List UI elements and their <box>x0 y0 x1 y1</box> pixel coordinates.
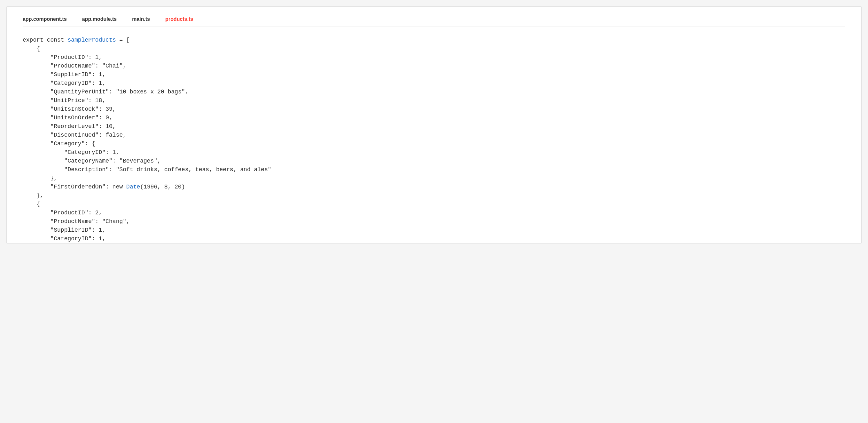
code-token: new <box>113 184 123 190</box>
code-panel: app.component.ts app.module.ts main.ts p… <box>6 6 862 244</box>
code-token: }, <box>36 192 43 199</box>
code-token: { <box>36 201 40 207</box>
code-token: "ProductName": "Chang", <box>50 218 129 225</box>
code-token: "UnitPrice": 18, <box>50 97 105 104</box>
code-token: "CategoryID": 1, <box>50 80 105 86</box>
code-token: "CategoryID": 1, <box>50 235 105 242</box>
code-token: "SupplierID": 1, <box>50 72 105 78</box>
tab-app-component[interactable]: app.component.ts <box>23 16 67 22</box>
code-token: "QuantityPerUnit": "10 boxes x 20 bags", <box>50 89 188 95</box>
tab-main[interactable]: main.ts <box>132 16 150 22</box>
code-token: "FirstOrderedOn": <box>50 184 112 190</box>
code-token: "UnitsInStock": 39, <box>50 106 116 112</box>
code-token: "ProductID": 1, <box>50 54 102 60</box>
code-token: (1996, 8, 20) <box>140 184 185 190</box>
code-token: "Description": "Soft drinks, coffees, te… <box>64 166 271 173</box>
code-token: { <box>36 46 40 52</box>
tab-app-module[interactable]: app.module.ts <box>82 16 117 22</box>
file-tabs: app.component.ts app.module.ts main.ts p… <box>23 16 845 27</box>
code-token: "UnitsOnOrder": 0, <box>50 115 112 121</box>
code-viewer: export const sampleProducts = [ { "Produ… <box>23 36 845 243</box>
code-token: = [ <box>116 37 130 43</box>
code-token: "Discontinued": false, <box>50 132 126 138</box>
code-token: "CategoryName": "Beverages", <box>64 158 161 164</box>
code-token: "CategoryID": 1, <box>64 149 120 156</box>
code-token: "SupplierID": 1, <box>50 227 105 233</box>
code-token: Date <box>126 184 140 190</box>
code-token: "Category": { <box>50 140 95 147</box>
code-token: sampleProducts <box>67 37 116 43</box>
code-token: "ProductID": 2, <box>50 209 102 216</box>
code-token: "ProductName": "Chai", <box>50 63 126 69</box>
code-token: export <box>23 37 43 43</box>
code-token: const <box>47 37 64 43</box>
code-token: "ReorderLevel": 10, <box>50 123 116 130</box>
code-token: }, <box>50 175 57 181</box>
tab-products[interactable]: products.ts <box>165 16 193 22</box>
